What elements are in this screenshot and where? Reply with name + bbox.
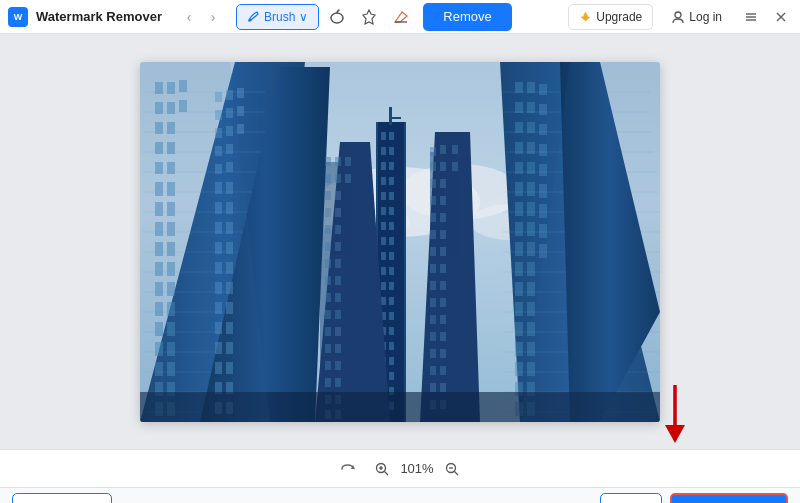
zoom-controls: 101% [371, 458, 463, 480]
svg-line-299 [455, 471, 459, 475]
svg-point-6 [675, 12, 681, 18]
app-logo: W [8, 7, 28, 27]
titlebar: W Watermark Remover ‹ › Brush ∨ [0, 0, 800, 34]
nav-arrows: ‹ › [178, 6, 224, 28]
crop-button[interactable]: Crop [600, 493, 662, 504]
pin-tool-button[interactable] [355, 4, 383, 30]
app-title: Watermark Remover [36, 9, 162, 24]
toolbar-group: Brush ∨ Remove [236, 3, 560, 31]
forward-button[interactable]: › [202, 6, 224, 28]
upgrade-label: Upgrade [596, 10, 642, 24]
upgrade-button[interactable]: Upgrade [568, 4, 653, 30]
footer-bar: New Image Crop Download [0, 487, 800, 503]
brush-tool-button[interactable]: Brush ∨ [236, 4, 319, 30]
zoom-level: 101% [399, 461, 435, 476]
zoom-bar: 101% [0, 449, 800, 487]
login-button[interactable]: Log in [661, 4, 732, 30]
titlebar-right: Upgrade Log in [568, 4, 792, 30]
lasso-tool-button[interactable] [323, 4, 351, 30]
menu-button[interactable] [740, 6, 762, 28]
image-container [140, 62, 660, 422]
svg-line-296 [385, 471, 389, 475]
svg-marker-5 [581, 12, 590, 21]
svg-rect-291 [140, 62, 660, 422]
erase-tool-button[interactable] [387, 4, 415, 30]
back-button[interactable]: ‹ [178, 6, 200, 28]
close-button[interactable] [770, 6, 792, 28]
brush-label: Brush [264, 10, 295, 24]
brush-arrow: ∨ [299, 10, 308, 24]
reset-zoom-button[interactable] [337, 458, 359, 480]
remove-button[interactable]: Remove [423, 3, 511, 31]
zoom-out-button[interactable] [441, 458, 463, 480]
footer-right: Crop Download [600, 493, 788, 504]
svg-text:W: W [14, 12, 23, 22]
zoom-in-button[interactable] [371, 458, 393, 480]
svg-point-3 [331, 13, 343, 23]
new-image-button[interactable]: New Image [12, 493, 112, 504]
download-button[interactable]: Download [670, 493, 788, 504]
main-canvas-area [0, 34, 800, 449]
login-label: Log in [689, 10, 722, 24]
footer-left: New Image [12, 493, 112, 504]
svg-point-2 [248, 19, 251, 22]
